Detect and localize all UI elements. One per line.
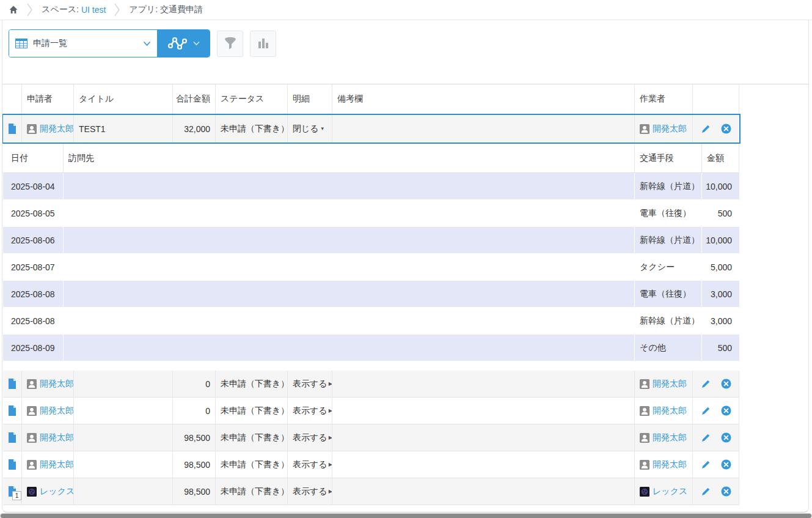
subtable-row: 2025-08-05 電車（往復） 500 <box>3 200 739 227</box>
delete-record-button[interactable] <box>721 379 731 389</box>
filter-button[interactable] <box>217 31 243 57</box>
table-row: 開発太郎 98,500 未申請（下書き） 表示する▶ 開発太郎 <box>3 451 739 478</box>
pencil-icon <box>701 459 711 470</box>
edit-record-button[interactable] <box>701 486 711 497</box>
amount-cell: 10,000 <box>701 173 739 199</box>
detail-expand-toggle[interactable]: 表示する▶ <box>293 405 332 416</box>
transport-cell: 新幹線（片道） <box>634 227 701 253</box>
destination-cell <box>63 335 634 361</box>
worker-link[interactable]: 開発太郎 <box>653 124 687 135</box>
circle-x-icon <box>721 379 731 389</box>
subtable-row: 2025-08-04 新幹線（片道） 10,000 <box>3 173 739 200</box>
selected-record-row: 開発太郎 TEST1 32,000 未申請（下書き） 閉じる ▼ 開発太郎 <box>2 114 741 144</box>
record-list: 申請者 タイトル 合計金額 ステータス 明細 備考欄 作業者 開発太郎 TEST… <box>3 84 739 505</box>
worker-link[interactable]: 開発太郎 <box>653 459 687 470</box>
status-cell: 未申請（下書き） <box>215 398 287 424</box>
horizontal-scrollbar[interactable] <box>0 513 812 518</box>
detail-expand-toggle[interactable]: 表示する▶ <box>293 486 332 497</box>
comment-count-badge[interactable]: 1 <box>12 491 21 500</box>
date-cell: 2025-08-09 <box>3 335 63 361</box>
date-cell: 2025-08-04 <box>3 173 63 199</box>
applicant-link[interactable]: レックス <box>40 486 73 497</box>
transport-cell: 電車（往復） <box>634 200 701 226</box>
record-link-icon[interactable] <box>8 379 16 389</box>
view-selector: 申請一覧 <box>9 29 210 57</box>
detail-expand-toggle[interactable]: 表示する▶ <box>293 379 332 390</box>
delete-record-button[interactable] <box>721 124 731 134</box>
worker-link[interactable]: 開発太郎 <box>653 379 687 390</box>
detail-collapse-toggle[interactable]: 閉じる ▼ <box>293 124 325 135</box>
circle-x-icon <box>721 405 731 416</box>
breadcrumb: スペース: UI test アプリ: 交通費申請 <box>0 0 812 20</box>
detail-expand-toggle[interactable]: 表示する▶ <box>293 459 332 470</box>
home-icon <box>9 5 18 15</box>
delete-record-button[interactable] <box>721 459 731 470</box>
column-header-worker: 作業者 <box>634 84 692 114</box>
amount-cell: 3,000 <box>701 308 739 334</box>
applicant-link[interactable]: 開発太郎 <box>40 379 73 390</box>
table-row: 1 レックス 98,500 未申請（下書き） 表示する▶ レックス <box>3 478 739 505</box>
column-header-detail: 明細 <box>287 84 332 114</box>
title-cell <box>73 424 172 451</box>
column-header-applicant: 申請者 <box>21 84 73 114</box>
date-cell: 2025-08-06 <box>3 227 63 253</box>
delete-record-button[interactable] <box>721 486 731 497</box>
subtable-row: 2025-08-08 電車（往復） 3,000 <box>3 281 739 308</box>
user-avatar <box>640 124 649 134</box>
record-link-icon[interactable] <box>8 432 16 443</box>
record-link-icon[interactable] <box>8 459 16 470</box>
edit-record-button[interactable] <box>701 432 711 443</box>
applicant-link[interactable]: 開発太郎 <box>40 124 73 135</box>
pencil-icon <box>701 124 711 134</box>
destination-cell <box>63 173 634 199</box>
applicant-link[interactable]: 開発太郎 <box>40 459 73 470</box>
subtable-column-destination: 訪問先 <box>63 144 634 172</box>
amount-cell: 10,000 <box>701 227 739 253</box>
worker-link[interactable]: 開発太郎 <box>653 432 687 443</box>
title-cell <box>73 478 172 505</box>
worker-link[interactable]: レックス <box>653 486 687 497</box>
subtable-header-row: 日付 訪問先 交通手段 金額 <box>3 144 739 173</box>
column-header-remarks: 備考欄 <box>332 84 634 114</box>
applicant-link[interactable]: 開発太郎 <box>40 405 73 416</box>
column-header-status: ステータス <box>215 84 287 114</box>
pencil-icon <box>701 486 711 497</box>
view-selector-dropdown[interactable]: 申請一覧 <box>9 30 157 57</box>
delete-record-button[interactable] <box>721 405 731 416</box>
delete-record-button[interactable] <box>721 432 731 443</box>
total-cell: 0 <box>172 371 215 397</box>
subtable-row: 2025-08-08 新幹線（片道） 3,000 <box>3 308 739 335</box>
remarks-cell <box>332 424 634 451</box>
remarks-cell <box>332 451 634 478</box>
breadcrumb-space-link[interactable]: スペース: UI test <box>42 4 106 15</box>
date-cell: 2025-08-08 <box>3 281 63 307</box>
edit-record-button[interactable] <box>701 405 711 416</box>
detail-expand-toggle[interactable]: 表示する▶ <box>293 432 332 443</box>
status-cell: 未申請（下書き） <box>215 371 287 397</box>
edit-record-button[interactable] <box>701 124 711 134</box>
table-row: 開発太郎 0 未申請（下書き） 表示する▶ 開発太郎 <box>3 398 739 424</box>
status-cell: 未申請（下書き） <box>215 424 287 451</box>
record-link-icon[interactable]: 1 <box>8 486 16 497</box>
applicant-link[interactable]: 開発太郎 <box>40 432 73 443</box>
record-link-icon[interactable] <box>8 405 16 416</box>
circle-x-icon <box>721 432 731 443</box>
date-cell: 2025-08-05 <box>3 200 63 226</box>
record-link-icon[interactable] <box>8 124 16 134</box>
remarks-cell <box>332 115 634 142</box>
transport-cell: 新幹線（片道） <box>634 308 701 334</box>
home-button[interactable] <box>9 5 18 15</box>
worker-link[interactable]: 開発太郎 <box>653 405 687 416</box>
date-cell: 2025-08-08 <box>3 308 63 334</box>
edit-record-button[interactable] <box>701 459 711 470</box>
graph-menu-button[interactable] <box>157 30 210 57</box>
chart-button[interactable] <box>250 31 276 57</box>
edit-record-button[interactable] <box>701 379 711 389</box>
horizontal-scrollbar-thumb[interactable] <box>1 514 811 518</box>
user-avatar <box>27 124 37 134</box>
chevron-down-icon <box>143 41 151 46</box>
amount-cell: 3,000 <box>701 281 739 307</box>
total-cell: 98,500 <box>172 451 215 478</box>
list-toolbar: 申請一覧 <box>9 29 276 57</box>
subtable-row: 2025-08-07 タクシー 5,000 <box>3 254 739 281</box>
